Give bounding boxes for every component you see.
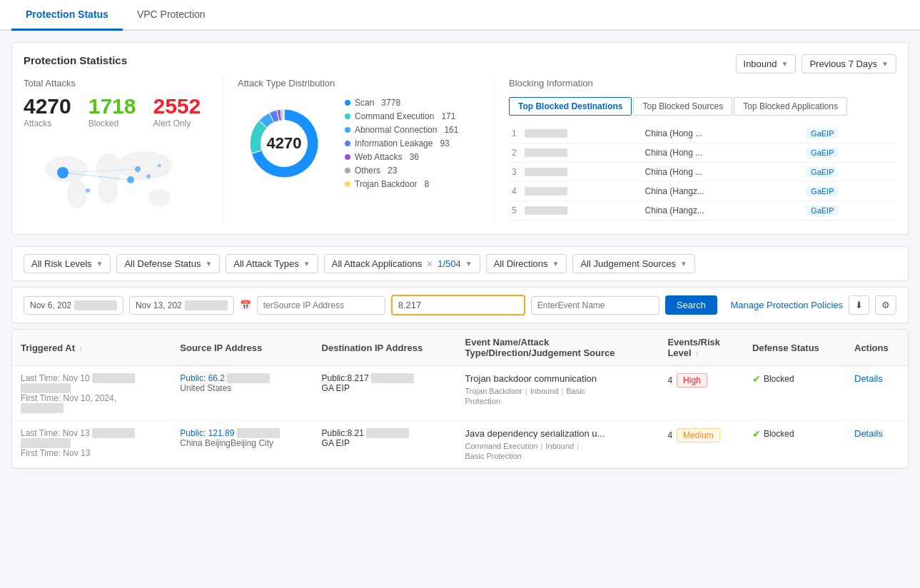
event-cell-1: Trojan backdoor communication Trojan Bac… bbox=[456, 366, 659, 421]
trojan-dot bbox=[345, 181, 350, 187]
scan-dot bbox=[345, 100, 350, 106]
event-name-input[interactable] bbox=[531, 296, 659, 315]
panel-controls: Inbound ▼ Previous 7 Days ▼ bbox=[736, 54, 896, 74]
ip-search-input[interactable] bbox=[391, 295, 525, 315]
date-from-input[interactable]: Nov 6, 202 bbox=[24, 296, 123, 315]
info-dot bbox=[345, 141, 350, 146]
attacks-number: 4270 bbox=[24, 94, 71, 118]
dest-ip-cell-2: Public:8.21 GA EIP bbox=[313, 421, 457, 468]
blocked-check-icon-2: ✔ bbox=[752, 428, 761, 440]
attack-apps-chevron-icon: ▼ bbox=[465, 260, 472, 268]
legend-scan: Scan 3778 bbox=[345, 98, 458, 108]
defense-cell-1: ✔ Blocked bbox=[744, 366, 846, 421]
svg-point-1 bbox=[67, 180, 87, 208]
inbound-dropdown[interactable]: Inbound ▼ bbox=[736, 54, 797, 74]
col-defense-status: Defense Status bbox=[744, 330, 846, 366]
date-to-input[interactable]: Nov 13, 202 bbox=[129, 296, 234, 315]
svg-point-11 bbox=[158, 164, 161, 168]
alert-number: 2552 bbox=[153, 94, 201, 118]
donut-section: 4270 Scan 3778 Command Execution 171 bbox=[238, 97, 480, 190]
attack-types-chevron-icon: ▼ bbox=[303, 260, 310, 268]
action-cell-2: Details bbox=[846, 421, 908, 468]
attack-numbers: 4270 Attacks 1718 Blocked 2552 Alert Onl… bbox=[24, 94, 208, 128]
world-map bbox=[24, 137, 195, 223]
attacks-count: 4270 Attacks bbox=[24, 94, 71, 128]
svg-point-10 bbox=[146, 174, 151, 178]
svg-point-3 bbox=[98, 178, 118, 203]
blocked-label: Blocked bbox=[89, 118, 136, 128]
abnormal-dot bbox=[345, 127, 350, 133]
risk-sort-icon[interactable]: ↕ bbox=[695, 350, 699, 358]
legend-web: Web Attacks 36 bbox=[345, 152, 458, 162]
total-attacks-section: Total Attacks 4270 Attacks 1718 Blocked … bbox=[24, 78, 223, 223]
blocked-row-5: 5 114.5 China (Hangz... GaEIP bbox=[509, 201, 896, 220]
tab-top-destinations[interactable]: Top Blocked Destinations bbox=[509, 97, 632, 116]
download-button[interactable]: ⬇ bbox=[849, 295, 869, 315]
tab-top-applications[interactable]: Top Blocked Applications bbox=[734, 97, 847, 116]
settings-button[interactable]: ⚙ bbox=[875, 295, 896, 315]
blocked-row-3: 3 47.76 China (Hong ... GaEIP bbox=[509, 163, 896, 182]
command-dot bbox=[345, 113, 350, 119]
prev-days-dropdown[interactable]: Previous 7 Days ▼ bbox=[802, 54, 896, 74]
table-header-row: Triggered At ↕ Source IP Address Destina… bbox=[12, 330, 908, 366]
stats-row: Total Attacks 4270 Attacks 1718 Blocked … bbox=[24, 78, 896, 223]
attack-applications-close-icon[interactable]: ✕ bbox=[426, 259, 433, 269]
distribution-legend: Scan 3778 Command Execution 171 Abnormal… bbox=[345, 98, 458, 189]
donut-chart: 4270 bbox=[238, 97, 330, 190]
attacks-label: Attacks bbox=[24, 118, 71, 128]
dest-ip-cell-1: Public:8.217 GA EIP bbox=[313, 366, 457, 421]
details-link-1[interactable]: Details bbox=[854, 373, 883, 384]
total-attacks-label: Total Attacks bbox=[24, 78, 208, 88]
source-ip-cell-1: Public: 66.2 United States bbox=[171, 366, 313, 421]
alert-count: 2552 Alert Only bbox=[153, 94, 201, 128]
triggered-cell-2: Last Time: Nov 13 First Time: Nov 13 bbox=[12, 421, 171, 468]
tab-vpc-protection[interactable]: VPC Protection bbox=[123, 0, 220, 31]
defense-status-chevron-icon: ▼ bbox=[205, 260, 212, 268]
svg-point-5 bbox=[148, 189, 171, 206]
directions-chevron-icon: ▼ bbox=[552, 260, 560, 268]
tab-top-sources[interactable]: Top Blocked Sources bbox=[633, 97, 732, 116]
table-row: Last Time: Nov 10 First Time: Nov 10, 20… bbox=[12, 366, 908, 421]
action-cell-1: Details bbox=[846, 366, 908, 421]
distribution-label: Attack Type Distribution bbox=[238, 78, 480, 88]
source-ip-input[interactable] bbox=[257, 296, 385, 315]
tab-bar: Protection Status VPC Protection bbox=[0, 0, 920, 31]
risk-badge-2: Medium bbox=[677, 428, 720, 442]
source-ip-cell-2: Public: 121.89 China BeijingBeijing City bbox=[171, 421, 313, 468]
calendar-icon[interactable]: 📅 bbox=[240, 300, 251, 310]
directions-filter[interactable]: All Directions ▼ bbox=[486, 254, 567, 273]
legend-abnormal: Abnormal Connection 161 bbox=[345, 125, 458, 135]
event-cell-2: Java dependency serialization u... Comma… bbox=[456, 421, 659, 468]
legend-others: Others 23 bbox=[345, 166, 458, 176]
judgement-sources-filter[interactable]: All Judgement Sources ▼ bbox=[572, 254, 695, 273]
blocked-table: 1 8.217 China (Hong ... GaEIP 2 47.24 Ch… bbox=[509, 124, 896, 220]
attack-distribution-section: Attack Type Distribution bbox=[223, 78, 495, 223]
svg-point-4 bbox=[118, 151, 172, 180]
blocked-number: 1718 bbox=[89, 94, 136, 118]
attack-applications-filter[interactable]: All Attack Applications ✕ 1/504 ▼ bbox=[324, 254, 480, 273]
tab-protection-status[interactable]: Protection Status bbox=[11, 0, 123, 31]
legend-info: Information Leakage 93 bbox=[345, 138, 458, 148]
col-actions: Actions bbox=[846, 330, 908, 366]
alert-label: Alert Only bbox=[153, 118, 201, 128]
legend-trojan: Trojan Backdoor 8 bbox=[345, 179, 458, 189]
inbound-chevron-icon: ▼ bbox=[782, 60, 789, 68]
col-event-name: Event Name/Attack Type/Direction/Judgeme… bbox=[456, 330, 659, 366]
col-source-ip: Source IP Address bbox=[171, 330, 313, 366]
search-bar: Nov 6, 202 Nov 13, 202 📅 Search Manage P… bbox=[11, 287, 909, 323]
risk-badge-1: High bbox=[677, 373, 707, 387]
defense-status-filter[interactable]: All Defense Status ▼ bbox=[116, 254, 220, 273]
risk-levels-filter[interactable]: All Risk Levels ▼ bbox=[24, 254, 111, 273]
blocked-row-1: 1 8.217 China (Hong ... GaEIP bbox=[509, 124, 896, 143]
manage-policies-link[interactable]: Manage Protection Policies bbox=[730, 300, 843, 310]
risk-levels-chevron-icon: ▼ bbox=[96, 260, 103, 268]
attack-types-filter[interactable]: All Attack Types ▼ bbox=[226, 254, 318, 273]
legend-command: Command Execution 171 bbox=[345, 111, 458, 121]
details-link-2[interactable]: Details bbox=[854, 428, 883, 439]
stats-panel: Protection Statistics Inbound ▼ Previous… bbox=[11, 42, 909, 235]
triggered-sort-icon[interactable]: ↕ bbox=[79, 345, 83, 353]
blocked-check-icon-1: ✔ bbox=[752, 373, 761, 385]
blocked-row-4: 4 120.2 China (Hangz... GaEIP bbox=[509, 182, 896, 201]
judgement-sources-chevron-icon: ▼ bbox=[680, 260, 687, 268]
search-button[interactable]: Search bbox=[665, 295, 717, 315]
